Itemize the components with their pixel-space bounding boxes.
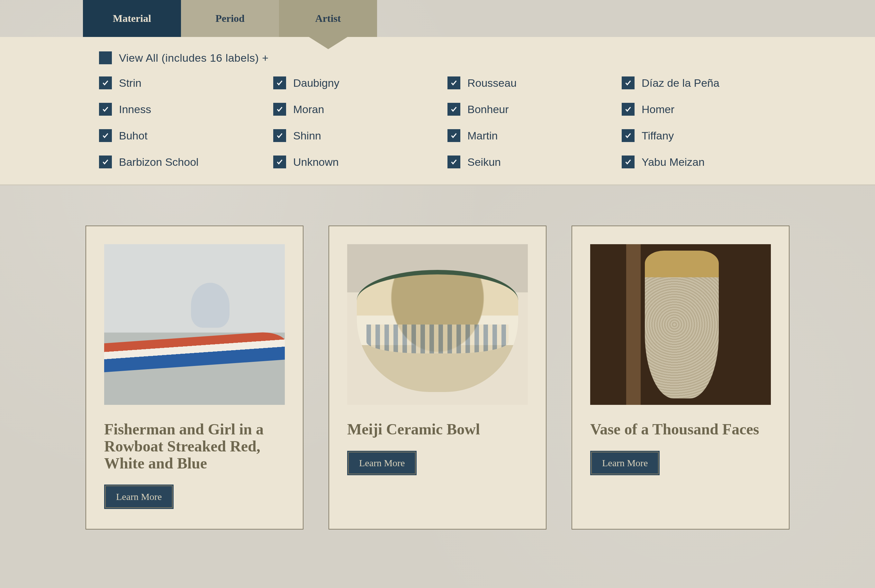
filter-checkbox[interactable] bbox=[622, 76, 635, 89]
card-title: Fisherman and Girl in a Rowboat Streaked… bbox=[104, 421, 285, 472]
card-image[interactable] bbox=[347, 244, 528, 405]
filter-label: Unknown bbox=[293, 156, 339, 168]
filter-label: Homer bbox=[642, 103, 674, 116]
cards-grid: Fisherman and Girl in a Rowboat Streaked… bbox=[0, 185, 875, 530]
filter-item[interactable]: Homer bbox=[622, 103, 783, 116]
collection-card: Vase of a Thousand Faces Learn More bbox=[572, 225, 789, 530]
filter-checkbox[interactable] bbox=[622, 129, 635, 142]
filter-checkbox[interactable] bbox=[273, 156, 286, 168]
filter-checkbox[interactable] bbox=[622, 103, 635, 116]
filter-item[interactable]: Moran bbox=[273, 103, 435, 116]
collection-card: Fisherman and Girl in a Rowboat Streaked… bbox=[86, 225, 303, 530]
filter-checkbox[interactable] bbox=[447, 103, 460, 116]
filter-label: Rousseau bbox=[467, 77, 516, 89]
tab-label: Artist bbox=[315, 12, 341, 24]
filter-item[interactable]: Yabu Meizan bbox=[622, 156, 783, 168]
tab-label: Period bbox=[215, 12, 245, 24]
filter-label: Inness bbox=[119, 103, 151, 116]
card-title: Meiji Ceramic Bowl bbox=[347, 421, 528, 438]
learn-more-button[interactable]: Learn More bbox=[590, 451, 660, 475]
filter-item[interactable]: Buhot bbox=[99, 129, 260, 142]
filter-label: Bonheur bbox=[467, 103, 509, 116]
filter-label: Strin bbox=[119, 77, 141, 89]
filter-item[interactable]: Seikun bbox=[447, 156, 609, 168]
filter-item[interactable]: Tiffany bbox=[622, 129, 783, 142]
filter-checkbox[interactable] bbox=[273, 76, 286, 89]
tab-period[interactable]: Period bbox=[181, 0, 279, 37]
filter-label: Buhot bbox=[119, 129, 147, 142]
collection-card: Meiji Ceramic Bowl Learn More bbox=[329, 225, 546, 530]
filter-label: Moran bbox=[293, 103, 324, 116]
filter-checkbox[interactable] bbox=[99, 103, 112, 116]
filter-label: Martin bbox=[467, 129, 498, 142]
view-all-row[interactable]: View All (includes 16 labels) + bbox=[99, 51, 783, 64]
filter-label: Seikun bbox=[467, 156, 501, 168]
filter-label: Shinn bbox=[293, 129, 321, 142]
filter-item[interactable]: Díaz de la Peña bbox=[622, 76, 783, 89]
button-label: Learn More bbox=[116, 491, 162, 502]
filter-label: Díaz de la Peña bbox=[642, 77, 719, 89]
learn-more-button[interactable]: Learn More bbox=[347, 451, 417, 475]
filter-checkbox[interactable] bbox=[273, 103, 286, 116]
card-image[interactable] bbox=[104, 244, 285, 405]
filter-label: Tiffany bbox=[642, 129, 674, 142]
filter-checkbox[interactable] bbox=[447, 129, 460, 142]
card-image[interactable] bbox=[590, 244, 771, 405]
view-all-label: View All (includes 16 labels) + bbox=[119, 52, 269, 64]
filter-checkbox[interactable] bbox=[99, 76, 112, 89]
filter-item[interactable]: Bonheur bbox=[447, 103, 609, 116]
filter-item[interactable]: Martin bbox=[447, 129, 609, 142]
filter-item[interactable]: Strin bbox=[99, 76, 260, 89]
filter-grid: StrinDaubignyRousseauDíaz de la PeñaInne… bbox=[99, 76, 783, 168]
filter-label: Barbizon School bbox=[119, 156, 199, 168]
button-label: Learn More bbox=[602, 458, 648, 468]
tab-label: Material bbox=[113, 12, 151, 24]
tab-material[interactable]: Material bbox=[83, 0, 181, 37]
filter-panel: View All (includes 16 labels) + StrinDau… bbox=[0, 37, 875, 185]
button-label: Learn More bbox=[359, 458, 405, 468]
filter-checkbox[interactable] bbox=[622, 156, 635, 168]
card-title: Vase of a Thousand Faces bbox=[590, 421, 771, 438]
filter-tabs: Material Period Artist bbox=[0, 0, 875, 37]
learn-more-button[interactable]: Learn More bbox=[104, 484, 174, 509]
filter-checkbox[interactable] bbox=[273, 129, 286, 142]
tab-artist[interactable]: Artist bbox=[279, 0, 377, 37]
filter-checkbox[interactable] bbox=[99, 156, 112, 168]
filter-label: Yabu Meizan bbox=[642, 156, 705, 168]
filter-item[interactable]: Shinn bbox=[273, 129, 435, 142]
filter-item[interactable]: Rousseau bbox=[447, 76, 609, 89]
view-all-checkbox[interactable] bbox=[99, 51, 112, 64]
filter-label: Daubigny bbox=[293, 77, 339, 89]
filter-checkbox[interactable] bbox=[447, 76, 460, 89]
filter-item[interactable]: Unknown bbox=[273, 156, 435, 168]
filter-checkbox[interactable] bbox=[99, 129, 112, 142]
filter-item[interactable]: Daubigny bbox=[273, 76, 435, 89]
filter-item[interactable]: Barbizon School bbox=[99, 156, 260, 168]
filter-item[interactable]: Inness bbox=[99, 103, 260, 116]
filter-checkbox[interactable] bbox=[447, 156, 460, 168]
